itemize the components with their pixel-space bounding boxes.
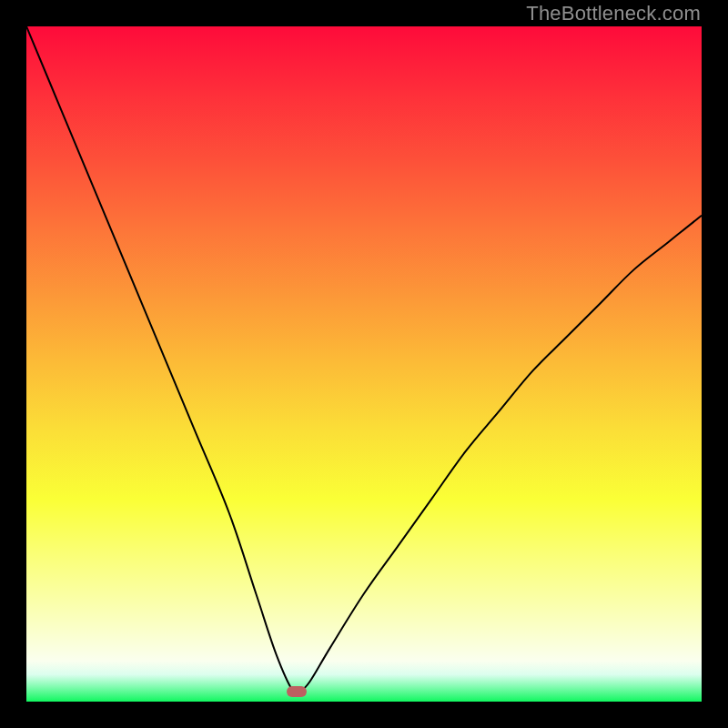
optimal-point-marker xyxy=(287,686,307,697)
curve-svg xyxy=(26,26,702,702)
bottleneck-curve xyxy=(26,26,702,695)
chart-frame xyxy=(26,26,702,702)
watermark-text: TheBottleneck.com xyxy=(526,2,701,25)
